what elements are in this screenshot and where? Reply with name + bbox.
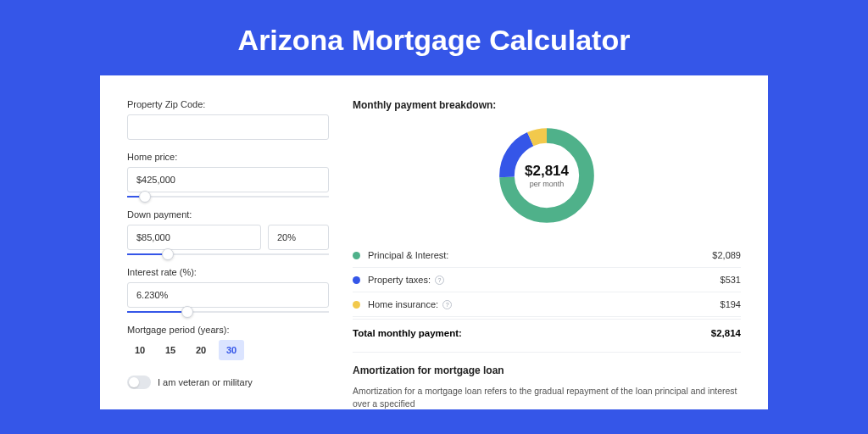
zip-label: Property Zip Code: xyxy=(127,99,329,109)
legend-value: $2,089 xyxy=(712,250,741,260)
down-payment-input[interactable] xyxy=(127,225,261,250)
info-icon[interactable]: ? xyxy=(442,300,452,309)
zip-input[interactable] xyxy=(127,114,329,140)
interest-label: Interest rate (%): xyxy=(127,267,329,277)
down-payment-slider[interactable] xyxy=(127,253,329,255)
legend-insurance: Home insurance:? $194 xyxy=(353,292,741,317)
interest-input[interactable] xyxy=(127,282,329,308)
page-title: Arizona Mortgage Calculator xyxy=(0,0,868,75)
donut-sub: per month xyxy=(530,180,565,188)
veteran-toggle[interactable] xyxy=(127,376,151,389)
home-price-input[interactable] xyxy=(127,167,329,192)
legend-label: Home insurance:? xyxy=(368,299,721,309)
donut-value: $2,814 xyxy=(525,163,569,180)
amort-body: Amortization for a mortgage loan refers … xyxy=(353,385,741,409)
legend-label: Property taxes:? xyxy=(368,275,721,285)
field-zip: Property Zip Code: xyxy=(127,99,329,140)
donut-center: $2,814 per month xyxy=(494,123,599,228)
dot-icon xyxy=(353,301,360,309)
total-label: Total monthly payment: xyxy=(353,328,462,338)
period-btn-10[interactable]: 10 xyxy=(127,340,153,360)
legend-principal: Principal & Interest: $2,089 xyxy=(353,243,741,268)
period-btn-20[interactable]: 20 xyxy=(188,340,214,360)
legend-taxes: Property taxes:? $531 xyxy=(353,268,741,292)
calculator-card: Property Zip Code: Home price: Down paym… xyxy=(100,75,768,409)
total-row: Total monthly payment: $2,814 xyxy=(353,319,741,352)
amort-title: Amortization for mortgage loan xyxy=(353,364,741,376)
breakdown-title: Monthly payment breakdown: xyxy=(353,99,741,111)
home-price-label: Home price: xyxy=(127,152,329,162)
total-value: $2,814 xyxy=(711,328,741,338)
down-payment-pct-input[interactable] xyxy=(268,225,329,250)
amortization-section: Amortization for mortgage loan Amortizat… xyxy=(353,352,741,409)
field-period: Mortgage period (years): 10 15 20 30 xyxy=(127,325,329,360)
breakdown-panel: Monthly payment breakdown: $2,814 per mo… xyxy=(353,99,741,409)
field-home-price: Home price: xyxy=(127,152,329,198)
veteran-label: I am veteran or military xyxy=(158,377,253,387)
form-panel: Property Zip Code: Home price: Down paym… xyxy=(127,99,329,409)
donut-chart: $2,814 per month xyxy=(494,123,599,228)
field-interest: Interest rate (%): xyxy=(127,267,329,313)
period-btn-15[interactable]: 15 xyxy=(158,340,183,360)
legend-label: Principal & Interest: xyxy=(368,250,712,260)
down-payment-label: Down payment: xyxy=(127,209,329,220)
period-btn-30[interactable]: 30 xyxy=(219,340,244,360)
period-label: Mortgage period (years): xyxy=(127,325,329,335)
veteran-row: I am veteran or military xyxy=(127,376,329,389)
legend-value: $194 xyxy=(721,299,741,309)
legend-value: $531 xyxy=(721,275,741,285)
donut-wrap: $2,814 per month xyxy=(353,123,741,228)
interest-slider[interactable] xyxy=(127,311,329,313)
info-icon[interactable]: ? xyxy=(435,275,444,285)
dot-icon xyxy=(353,276,360,284)
period-options: 10 15 20 30 xyxy=(127,340,329,360)
home-price-slider[interactable] xyxy=(127,196,329,198)
field-down-payment: Down payment: xyxy=(127,209,329,255)
dot-icon xyxy=(353,252,360,259)
